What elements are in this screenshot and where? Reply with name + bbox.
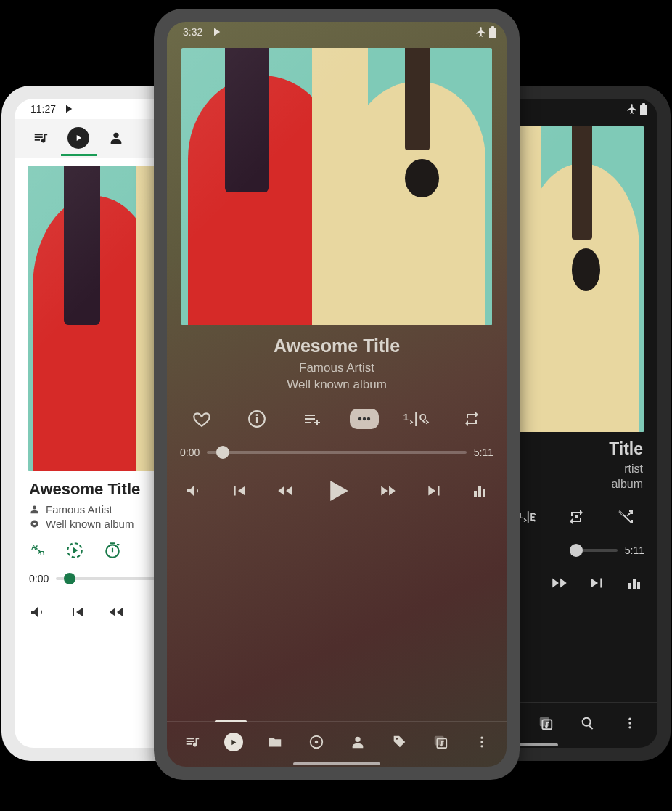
add-to-queue-icon bbox=[302, 410, 322, 428]
nav-queue[interactable] bbox=[171, 728, 213, 757]
repeat-button[interactable] bbox=[454, 404, 489, 433]
svg-point-28 bbox=[367, 417, 370, 420]
svg-point-1 bbox=[33, 523, 36, 525]
volume-button[interactable] bbox=[185, 482, 202, 500]
track-title[interactable]: Awesome Title bbox=[167, 335, 507, 356]
repeat-mode-button[interactable]: 1Q bbox=[399, 404, 434, 433]
svg-rect-10 bbox=[528, 511, 529, 523]
svg-rect-34 bbox=[483, 489, 485, 497]
svg-rect-8 bbox=[642, 103, 645, 105]
svg-text:z: z bbox=[116, 542, 120, 549]
airplane-icon bbox=[475, 26, 487, 38]
next-button[interactable] bbox=[425, 481, 444, 500]
seek-bar[interactable] bbox=[207, 451, 467, 454]
nav-library[interactable] bbox=[528, 709, 563, 738]
next-icon[interactable] bbox=[588, 574, 607, 592]
home-indicator bbox=[293, 762, 380, 765]
svg-text:B: B bbox=[40, 550, 45, 557]
nav-library[interactable] bbox=[419, 728, 461, 757]
app-play-icon bbox=[62, 102, 75, 115]
svg-rect-32 bbox=[474, 491, 477, 497]
seek-row: 0:00 5:11 bbox=[167, 439, 507, 462]
svg-point-19 bbox=[628, 722, 631, 724]
option-row: 1Q bbox=[167, 394, 507, 439]
equalizer-icon[interactable] bbox=[626, 574, 643, 592]
favorite-button[interactable] bbox=[184, 404, 219, 433]
bottom-nav bbox=[167, 721, 507, 759]
more-pill-icon bbox=[356, 414, 373, 424]
play-button[interactable] bbox=[321, 476, 352, 506]
rewind-button[interactable] bbox=[276, 481, 295, 500]
equalizer-button[interactable] bbox=[471, 482, 488, 500]
svg-point-41 bbox=[480, 745, 483, 747]
nav-now-playing[interactable] bbox=[213, 728, 254, 757]
svg-rect-7 bbox=[640, 105, 647, 115]
svg-rect-30 bbox=[415, 412, 417, 426]
sleep-timer-icon[interactable]: z bbox=[103, 541, 122, 560]
nav-more[interactable] bbox=[612, 709, 647, 738]
forward-icon[interactable] bbox=[550, 574, 569, 592]
seek-bar[interactable] bbox=[574, 549, 618, 552]
nav-artists[interactable] bbox=[337, 728, 378, 757]
nav-albums[interactable] bbox=[295, 728, 337, 757]
svg-point-36 bbox=[314, 741, 318, 744]
heart-icon bbox=[192, 409, 211, 428]
more-options-button[interactable] bbox=[350, 409, 379, 429]
status-time: 11:27 bbox=[30, 103, 56, 115]
speed-icon[interactable] bbox=[65, 541, 84, 560]
previous-icon[interactable] bbox=[68, 603, 86, 621]
svg-point-17 bbox=[583, 718, 591, 726]
svg-point-20 bbox=[628, 726, 631, 728]
forward-button[interactable] bbox=[379, 481, 398, 500]
svg-point-25 bbox=[255, 414, 258, 416]
svg-rect-14 bbox=[637, 582, 640, 589]
repeat-queue-icon[interactable] bbox=[559, 502, 594, 531]
svg-point-40 bbox=[480, 741, 483, 743]
elapsed-time: 0:00 bbox=[29, 573, 49, 584]
svg-rect-12 bbox=[628, 583, 631, 589]
total-time: 5:11 bbox=[474, 447, 493, 458]
svg-rect-21 bbox=[489, 28, 496, 38]
tab-artists[interactable] bbox=[97, 122, 135, 154]
tab-now-playing[interactable] bbox=[60, 122, 97, 154]
svg-rect-11 bbox=[575, 515, 578, 518]
svg-point-18 bbox=[628, 718, 631, 720]
repeat-one-icon: 1Q bbox=[402, 409, 431, 428]
info-icon bbox=[247, 409, 266, 428]
track-artist[interactable]: Famous Artist bbox=[167, 361, 507, 375]
svg-text:Q: Q bbox=[419, 412, 427, 423]
elapsed-time: 0:00 bbox=[180, 447, 200, 458]
tab-indicator bbox=[61, 154, 97, 156]
nav-folders[interactable] bbox=[254, 728, 295, 757]
nav-more[interactable] bbox=[461, 728, 502, 757]
status-time: 3:32 bbox=[183, 26, 202, 38]
nav-search[interactable] bbox=[570, 709, 605, 738]
phone-center-theme: 3:32 Awesome Title Famous Artist Well kn… bbox=[154, 9, 520, 780]
nav-indicator bbox=[215, 720, 247, 722]
svg-rect-24 bbox=[256, 417, 258, 423]
svg-point-27 bbox=[363, 417, 366, 420]
add-to-queue-button[interactable] bbox=[295, 404, 329, 433]
track-album[interactable]: Well known album bbox=[167, 378, 507, 392]
svg-point-39 bbox=[480, 737, 483, 739]
svg-rect-22 bbox=[491, 26, 494, 28]
info-button[interactable] bbox=[239, 404, 274, 433]
airplane-icon bbox=[626, 103, 638, 115]
playback-controls bbox=[167, 462, 507, 522]
previous-button[interactable] bbox=[229, 481, 248, 500]
status-bar: 3:32 bbox=[167, 22, 507, 42]
svg-rect-13 bbox=[633, 579, 636, 589]
seek-thumb[interactable] bbox=[570, 544, 583, 557]
track-artist: Famous Artist bbox=[46, 503, 112, 515]
ab-repeat-icon[interactable]: AB bbox=[29, 541, 46, 560]
volume-icon[interactable] bbox=[29, 603, 46, 621]
seek-thumb[interactable] bbox=[216, 446, 229, 459]
album-art[interactable] bbox=[181, 48, 492, 325]
rewind-icon[interactable] bbox=[107, 603, 125, 621]
repeat-icon bbox=[462, 410, 482, 428]
seek-thumb[interactable] bbox=[64, 573, 75, 584]
battery-icon bbox=[640, 103, 647, 115]
nav-tags[interactable] bbox=[378, 728, 419, 757]
tab-queue[interactable] bbox=[22, 122, 60, 154]
shuffle-icon[interactable] bbox=[608, 502, 643, 531]
